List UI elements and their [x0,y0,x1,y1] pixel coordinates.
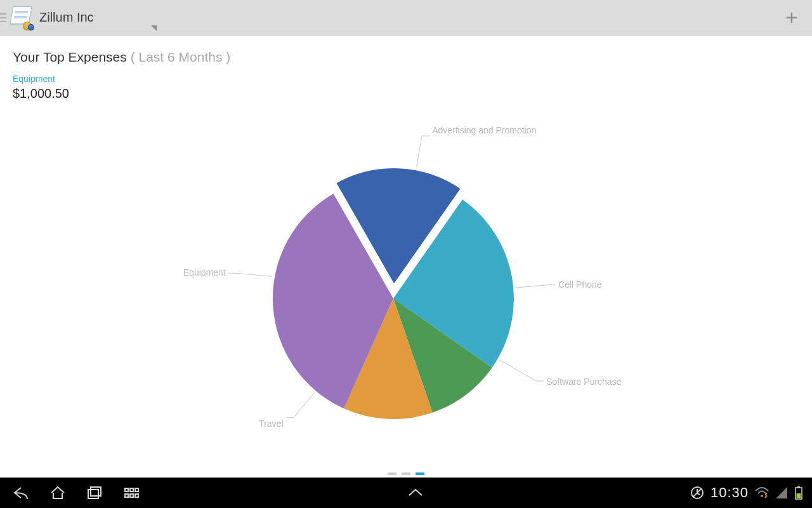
svg-rect-12 [797,486,800,488]
svg-rect-7 [135,494,138,497]
system-nav-bar: 10:30 [0,478,812,508]
leader-line [228,273,273,276]
recent-apps-button[interactable] [85,483,104,502]
battery-icon [794,486,803,500]
title-text: Your Top Expenses [13,50,127,64]
no-sim-icon [690,486,704,500]
wifi-icon [755,486,769,499]
app-logo-icon[interactable] [9,5,34,30]
leader-line [286,392,315,418]
menu-icon[interactable] [0,0,5,36]
pager-dot[interactable] [402,472,410,475]
page-indicator[interactable] [388,472,424,475]
svg-rect-0 [88,490,98,498]
selected-category: Equipment [13,74,799,84]
company-name[interactable]: Zillum Inc [39,10,94,25]
svg-rect-13 [797,493,801,498]
content-area: Your Top Expenses ( Last 6 Months ) Equi… [0,36,812,478]
slice-label: Cell Phone [558,279,602,289]
back-button[interactable] [11,483,30,502]
svg-rect-1 [91,487,101,496]
title-subtext: ( Last 6 Months ) [131,50,231,64]
apps-grid-button[interactable] [122,483,141,502]
page-title: Your Top Expenses ( Last 6 Months ) [13,50,799,65]
svg-rect-3 [130,488,133,491]
svg-rect-5 [125,494,128,497]
svg-point-10 [761,495,763,497]
slice-label: Equipment [184,267,226,277]
add-button[interactable]: + [778,4,806,32]
svg-rect-4 [135,488,138,491]
pie-chart[interactable]: Advertising and PromotionCell PhoneSoftw… [184,114,628,470]
svg-rect-2 [125,488,128,491]
expand-panel-button[interactable] [406,483,425,502]
app-bar: Zillum Inc + [0,0,812,36]
svg-rect-6 [130,494,133,497]
pager-dot[interactable] [388,472,396,475]
slice-label: Advertising and Promotion [432,125,536,135]
leader-line [514,284,556,288]
home-button[interactable] [48,483,67,502]
slice-label: Travel [259,418,283,428]
signal-icon [775,486,788,499]
pager-dot[interactable] [416,472,424,475]
clock: 10:30 [710,485,749,501]
dropdown-indicator-icon[interactable] [151,25,157,31]
leader-line [499,359,544,381]
selected-amount: $1,000.50 [13,86,799,101]
status-area: 10:30 [690,485,803,501]
slice-label: Software Purchase [546,377,621,387]
